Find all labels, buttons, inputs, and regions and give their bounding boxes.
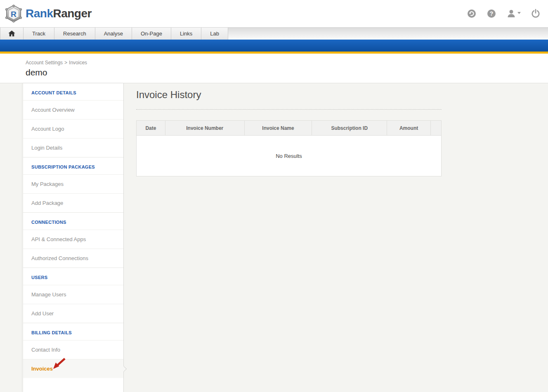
sidebar-item-account-logo[interactable]: Account Logo	[23, 119, 123, 138]
account-name-title: demo	[26, 68, 548, 77]
brand-word-ranger: Ranger	[53, 7, 91, 20]
sidebar-item-login-details[interactable]: Login Details	[23, 138, 123, 157]
left-gutter	[0, 83, 23, 392]
sidebar-section-subscription-packages: SUBSCRIPTION PACKAGES My Packages Add Pa…	[23, 157, 123, 212]
sidebar-item-api-connected-apps[interactable]: API & Connected Apps	[23, 230, 123, 249]
breadcrumb-separator: >	[64, 60, 67, 66]
invoice-table: Date Invoice Number Invoice Name Subscri…	[136, 120, 442, 176]
tab-track[interactable]: Track	[24, 28, 54, 40]
section-title-billing-details: BILLING DETAILS	[23, 323, 123, 340]
brand-wordmark: RankRanger	[26, 7, 92, 20]
tab-research[interactable]: Research	[54, 28, 95, 40]
main-nav: Track Research Analyse On-Page Links Lab	[0, 27, 548, 40]
column-header-subscription-id[interactable]: Subscription ID	[312, 121, 387, 136]
blue-accent-band	[0, 40, 548, 54]
logout-power-icon[interactable]	[531, 9, 541, 19]
home-icon	[8, 31, 15, 37]
top-header: R RankRanger ?	[0, 0, 548, 27]
tab-lab[interactable]: Lab	[201, 28, 228, 40]
topbar-icon-group: ?	[467, 9, 542, 19]
tab-on-page[interactable]: On-Page	[132, 28, 171, 40]
no-results-message: No Results	[137, 136, 442, 176]
tab-links[interactable]: Links	[171, 28, 201, 40]
svg-text:R: R	[11, 10, 17, 19]
dotted-divider	[136, 109, 442, 110]
page-head: Account Settings>Invoices demo	[0, 54, 548, 83]
help-icon[interactable]: ?	[487, 9, 496, 19]
sidebar-item-manage-users[interactable]: Manage Users	[23, 285, 123, 304]
breadcrumb-current: Invoices	[69, 60, 87, 66]
breadcrumb-parent[interactable]: Account Settings	[26, 60, 63, 66]
refresh-icon[interactable]	[467, 9, 477, 19]
sidebar-item-contact-info[interactable]: Contact Info	[23, 340, 123, 359]
section-title-subscription-packages: SUBSCRIPTION PACKAGES	[23, 157, 123, 174]
sidebar-item-authorized-connections[interactable]: Authorized Connections	[23, 249, 123, 268]
column-header-actions	[431, 121, 442, 136]
section-title-connections: CONNECTIONS	[23, 213, 123, 230]
tab-analyse[interactable]: Analyse	[95, 28, 132, 40]
sidebar-item-add-user[interactable]: Add User	[23, 304, 123, 323]
sidebar-section-account-details: ACCOUNT DETAILS Account Overview Account…	[23, 83, 123, 157]
sidebar-item-invoices[interactable]: Invoices	[23, 359, 123, 378]
sidebar-item-add-package[interactable]: Add Package	[23, 193, 123, 212]
column-header-date[interactable]: Date	[137, 121, 165, 136]
invoice-table-header-row: Date Invoice Number Invoice Name Subscri…	[137, 121, 442, 136]
brand-logo[interactable]: R RankRanger	[4, 4, 92, 23]
section-title-account-details: ACCOUNT DETAILS	[23, 83, 123, 100]
column-header-amount[interactable]: Amount	[387, 121, 431, 136]
content-region: ACCOUNT DETAILS Account Overview Account…	[0, 83, 548, 392]
user-menu[interactable]	[506, 9, 521, 19]
section-title-users: USERS	[23, 268, 123, 285]
tab-home[interactable]	[0, 28, 24, 40]
user-icon	[506, 9, 516, 19]
empty-results-row: No Results	[137, 136, 442, 176]
sidebar-item-my-packages[interactable]: My Packages	[23, 174, 123, 193]
sidebar-item-invoices-label: Invoices	[31, 366, 53, 372]
sidebar-item-account-overview[interactable]: Account Overview	[23, 100, 123, 119]
column-header-invoice-name[interactable]: Invoice Name	[244, 121, 312, 136]
chevron-down-icon	[517, 12, 521, 14]
sidebar-section-billing-details: BILLING DETAILS Contact Info Invoices	[23, 323, 123, 378]
sidebar-section-connections: CONNECTIONS API & Connected Apps Authori…	[23, 212, 123, 268]
column-header-invoice-number[interactable]: Invoice Number	[165, 121, 244, 136]
svg-text:?: ?	[490, 10, 494, 17]
panel-title: Invoice History	[136, 89, 548, 101]
invoice-history-panel: Invoice History Date Invoice Number Invo…	[124, 83, 548, 392]
brand-word-rank: Rank	[26, 7, 53, 20]
rankranger-badge-icon: R	[4, 4, 23, 23]
breadcrumb: Account Settings>Invoices	[26, 60, 548, 66]
sidebar-section-users: USERS Manage Users Add User	[23, 268, 123, 323]
settings-sidebar: ACCOUNT DETAILS Account Overview Account…	[23, 83, 124, 392]
